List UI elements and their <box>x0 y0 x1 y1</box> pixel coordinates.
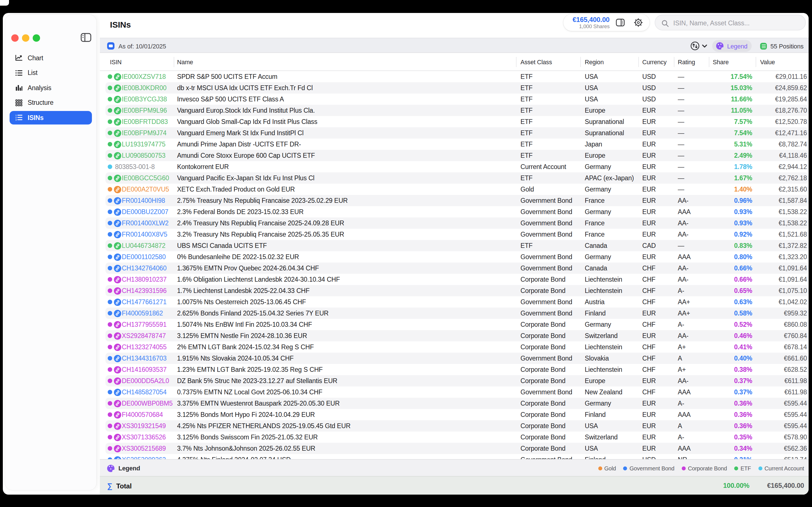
isin-cell[interactable]: FR001400X8V5 <box>122 229 167 240</box>
isin-cell[interactable]: XS3019321549 <box>122 420 166 432</box>
isin-cell[interactable]: DE0001102580 <box>122 251 166 263</box>
isin-cell[interactable]: FR001400XLW2 <box>122 217 168 229</box>
window-zoom-button[interactable] <box>33 34 40 41</box>
table-row[interactable]: DE000BU2Z0072.3% Federal Bonds DE 2023-1… <box>105 206 809 217</box>
column-header-rating[interactable]: Rating <box>678 53 695 71</box>
table-row[interactable]: FI40005706843.125% Bonds Mort Hypo Fi 20… <box>105 409 809 420</box>
panel-toggle-icon[interactable] <box>615 17 625 27</box>
isin-cell[interactable]: IE00B3YCGJ38 <box>122 94 167 105</box>
isin-cell[interactable]: 803853-001-8 <box>115 161 155 172</box>
column-header-isin[interactable]: ISIN <box>110 53 121 71</box>
settings-gear-icon[interactable] <box>633 17 644 27</box>
isin-cell[interactable]: CH1423931596 <box>122 285 167 296</box>
isin-cell[interactable]: IE00BFPM9J74 <box>122 127 167 138</box>
table-row[interactable]: CH14776612711.0075% Nts Oesterreich 2025… <box>105 296 809 307</box>
column-header-asset-class[interactable]: Asset Class <box>520 53 552 71</box>
table-row[interactable]: LU0908500753Amundi Core Stoxx Europe 600… <box>105 150 809 161</box>
table-row[interactable]: XS28530893624.375% Nts Finland 2024-02.0… <box>105 454 809 459</box>
table-row[interactable]: LU1931974775Amundi Prime Japan Distr -UC… <box>105 138 809 150</box>
table-row[interactable]: 803853-001-8Kontokorrent EURCurrent Acco… <box>105 161 809 172</box>
column-header-region[interactable]: Region <box>585 53 604 71</box>
legend-button[interactable]: Legend <box>712 40 752 52</box>
table-row[interactable]: XS30713365263.125% Bonds Swisscom Fin 20… <box>105 432 809 443</box>
isin-cell[interactable]: LU1931974775 <box>122 138 165 150</box>
isin-cell[interactable]: FR001400HI98 <box>122 195 165 206</box>
asset-class-cell: Government Bond <box>520 229 572 240</box>
sidebar-item-analysis[interactable]: Analysis <box>10 81 92 94</box>
isin-cell[interactable]: CH1344316703 <box>122 353 167 364</box>
table-row[interactable]: DE00011025800% Bundesanleihe DE 2022-15.… <box>105 251 809 263</box>
table-row[interactable]: FR001400XLW22.4% Treasury Nts Republiq F… <box>105 217 809 229</box>
isin-cell[interactable]: IE00BJ0KDR00 <box>122 82 167 94</box>
isin-cell[interactable]: IE00BGCC5G60 <box>122 172 169 184</box>
isin-cell[interactable]: XS3071336526 <box>122 432 166 443</box>
isin-cell[interactable]: LU0446734872 <box>122 240 165 251</box>
column-header-currency[interactable]: Currency <box>642 53 666 71</box>
isin-cell[interactable]: CH1485827054 <box>122 386 167 398</box>
isin-cell[interactable]: DE000DD5A2L0 <box>122 375 169 386</box>
table-row[interactable]: XS29284787473.125% EMTN Nestle Fin 2024-… <box>105 330 809 341</box>
table-row[interactable]: IE00BFPM9J74Vanguard Emerg Mark St Idx F… <box>105 127 809 138</box>
isin-cell[interactable]: CH1477661271 <box>122 296 167 307</box>
table-row[interactable]: IE00BFRTDD83Vanguard Glob Small-Cap Idx … <box>105 116 809 127</box>
search-field[interactable] <box>655 15 806 31</box>
isin-cell[interactable]: DE000WBP0BM5 <box>122 398 172 409</box>
isin-cell[interactable]: IE00BFPM9L96 <box>122 105 167 116</box>
isin-cell[interactable]: XS3005215689 <box>122 443 166 454</box>
table-row[interactable]: IE00BGCC5G60Vanguard Pacific Ex-Japan St… <box>105 172 809 184</box>
table-row[interactable]: CH14858270540.7375% EMTN NZ Local Govt 2… <box>105 386 809 398</box>
isin-cell[interactable]: XS2928478747 <box>122 330 166 341</box>
column-header-name[interactable]: Name <box>177 53 193 71</box>
window-close-button[interactable] <box>11 34 18 41</box>
table-row[interactable]: CH14239315961.7% Liechtenst Landesbk 202… <box>105 285 809 296</box>
isin-cell[interactable]: CH1380910237 <box>122 274 167 285</box>
sidebar-item-list[interactable]: List <box>10 66 92 79</box>
isin-cell[interactable]: FI4000570684 <box>122 409 163 420</box>
table-row[interactable]: LU0446734872UBS MSCI Canada UCITS ETFETF… <box>105 240 809 251</box>
table-row[interactable]: XS30052156893.7% Nts Johnson&Johnson 202… <box>105 443 809 454</box>
currency-cell: CHF <box>642 364 656 375</box>
sidebar-item-structure[interactable]: Structure <box>10 96 92 109</box>
column-header-share[interactable]: Share <box>713 53 729 71</box>
table-row[interactable]: IE000XZSV718SPDR S&P 500 UCITS ETF Accum… <box>105 71 809 82</box>
isin-cell[interactable]: CH1377955591 <box>122 319 167 330</box>
isin-cell[interactable]: DE000A2T0VU5 <box>122 184 169 195</box>
isin-cell[interactable]: LU0908500753 <box>122 150 165 161</box>
table-row[interactable]: IE00B3YCGJ38Invesco S&P 500 UCITS ETF Cl… <box>105 94 809 105</box>
table-row[interactable]: CH13443167031.915% Nts Slovakia 2024-10.… <box>105 353 809 364</box>
table-row[interactable]: DE000WBP0BM53.375% EMTN Wuestenrot Bausp… <box>105 398 809 409</box>
sidebar-toggle-icon[interactable] <box>81 33 91 42</box>
isin-cell[interactable]: CH1416093537 <box>122 364 167 375</box>
table-row[interactable]: CH14160935371.23% EMTN LGT Bank 2025-19.… <box>105 364 809 375</box>
window-minimize-button[interactable] <box>22 34 29 41</box>
isin-cell[interactable]: FI4000591862 <box>122 307 163 319</box>
as-of-date[interactable]: As of: 10/01/2025 <box>107 38 166 54</box>
sidebar-item-isins[interactable]: 123ISINs <box>10 111 92 124</box>
isin-cell[interactable]: CH1323274055 <box>122 341 167 353</box>
total-bar: ∑ Total 100.00% €165,400.00 <box>100 476 809 495</box>
table-row[interactable]: FI40005918622.625% Bonds Finland 2025-15… <box>105 307 809 319</box>
table-row[interactable]: IE00BJ0KDR00db x-tr MSCI USA Idx UCITS E… <box>105 82 809 94</box>
search-input[interactable] <box>672 15 801 31</box>
sidebar-item-chart[interactable]: Chart <box>10 51 92 64</box>
column-header-value[interactable]: Value <box>760 53 775 71</box>
table-row[interactable]: XS30193215494.25% Nts PFIZER NETHERLANDS… <box>105 420 809 432</box>
currency-cell: EUR <box>642 251 656 263</box>
table-row[interactable]: CH13427640601.3675% EMTN Prov Quebec 202… <box>105 263 809 274</box>
table-row[interactable]: CH13779555911.5074% Nts EnBW Intl Fin 20… <box>105 319 809 330</box>
isin-cell[interactable]: DE000BU2Z007 <box>122 206 168 217</box>
rating-cell: A- <box>678 319 684 330</box>
isin-cell[interactable]: CH1342764060 <box>122 263 167 274</box>
table-row[interactable]: DE000A2T0VU5XETC Exch.Traded Product on … <box>105 184 809 195</box>
isin-cell[interactable]: XS2853089362 <box>122 454 166 459</box>
isin-cell[interactable]: IE00BFRTDD83 <box>122 116 168 127</box>
share-cell: 0.36% <box>734 409 752 420</box>
table-row[interactable]: CH13809102371.6% Obligation Liechtenst L… <box>105 274 809 285</box>
table-row[interactable]: IE00BFPM9L96Vanguard Europ.Stock Idx Fun… <box>105 105 809 116</box>
isin-cell[interactable]: IE000XZSV718 <box>122 71 166 82</box>
sort-button[interactable] <box>690 41 707 51</box>
table-row[interactable]: FR001400X8V53.2% Treasury Nts Republiq F… <box>105 229 809 240</box>
table-row[interactable]: FR001400HI982.75% Treasury Nts Republiq … <box>105 195 809 206</box>
table-row[interactable]: DE000DD5A2L0DZ Bank 5% Struc Nte 2023-23… <box>105 375 809 386</box>
table-row[interactable]: CH13232740552% EMTN LGT Bank 2024-15.02.… <box>105 341 809 353</box>
